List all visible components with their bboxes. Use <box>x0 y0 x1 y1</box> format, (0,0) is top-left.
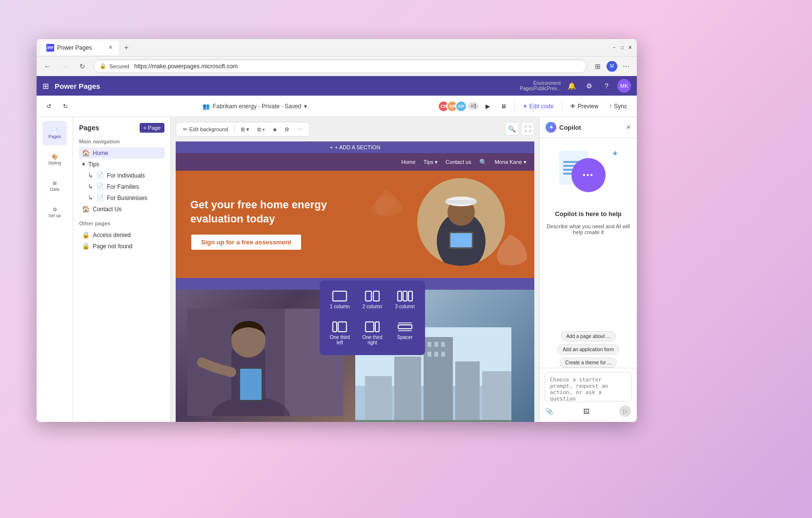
more-canvas-btn[interactable]: ⋯ <box>294 125 305 134</box>
redo-btn[interactable]: ↻ <box>59 101 72 112</box>
divider-1 <box>514 101 515 111</box>
svg-rect-13 <box>240 369 262 400</box>
user-profile-icon[interactable]: M <box>607 61 617 72</box>
layout-btn[interactable]: ⊞ ▾ <box>238 125 252 134</box>
copilot-sparkle-icon: ✦ <box>611 148 619 159</box>
svg-rect-27 <box>355 420 511 422</box>
1col-icon <box>332 290 347 302</box>
desktop-btn[interactable]: 🖥 <box>497 101 510 112</box>
other-pages-label: Other pages <box>79 220 164 226</box>
settings-btn[interactable]: ⚙ <box>582 79 596 93</box>
nav-item-contact[interactable]: 🏠 Contact Us <box>79 203 164 215</box>
nav-item-individuals[interactable]: ↳ 📄 For Individuals <box>85 170 164 181</box>
nav-item-businesses[interactable]: ↳ 📄 For Businesses <box>85 192 164 203</box>
suggestion-2[interactable]: Add an application form <box>557 344 619 355</box>
user-avatar[interactable]: MK <box>617 79 631 93</box>
copilot-input[interactable] <box>545 372 632 401</box>
minimize-btn[interactable]: − <box>611 45 617 51</box>
undo-btn[interactable]: ↺ <box>42 101 55 112</box>
forward-btn[interactable]: → <box>58 60 72 73</box>
edit-code-label: Edit code <box>529 103 554 110</box>
copilot-desc: Describe what you need and AI will help … <box>546 223 631 235</box>
spacer-label: Spacer <box>397 335 413 340</box>
components-btn[interactable]: ◈ <box>270 125 280 134</box>
app-grid-icon[interactable]: ⊞ <box>42 81 49 91</box>
layout-popup: 1 column 2 column <box>320 280 425 355</box>
layout-2col[interactable]: 2 column <box>358 286 387 313</box>
layout-third-right[interactable]: One third right <box>358 317 387 349</box>
site-nav-home[interactable]: Home <box>401 159 415 165</box>
address-bar[interactable]: 🔒 Secured https://make.powerpages.micros… <box>93 60 587 73</box>
layout-3col[interactable]: 3 column <box>390 286 419 313</box>
new-tab-btn[interactable]: + <box>121 42 132 54</box>
svg-rect-4 <box>446 200 477 204</box>
fullscreen-btn[interactable]: ⛶ <box>521 122 534 136</box>
home-icon: 🏠 <box>82 149 90 157</box>
site-preview: + + ADD A SECTION Home Tips ▾ Contact us… <box>176 141 534 422</box>
layers-btn[interactable]: ⧉ ▾ <box>254 125 268 134</box>
svg-rect-20 <box>427 352 431 357</box>
divider-2 <box>562 101 562 111</box>
close-btn[interactable]: ✕ <box>627 45 633 51</box>
nav-item-home[interactable]: 🏠 Home <box>79 147 164 159</box>
sidebar-item-more[interactable]: ••• <box>42 411 67 422</box>
nav-item-access-denied[interactable]: 🔒 Access denied <box>79 229 164 240</box>
refresh-btn[interactable]: ↻ <box>76 60 89 73</box>
layout-1col[interactable]: 1 column <box>325 286 354 313</box>
nav-item-tips[interactable]: ▾ Tips <box>79 159 164 170</box>
suggestion-3[interactable]: Create a theme for ... <box>560 358 617 368</box>
layout-third-left[interactable]: One third left <box>325 317 354 349</box>
sidebar-item-styling[interactable]: 🎨 Styling <box>42 147 67 172</box>
preview-btn[interactable]: 👁 Preview <box>566 101 603 112</box>
sidebar-item-setup[interactable]: ⚙ Set up <box>42 200 67 224</box>
media-icon[interactable]: 🖼 <box>583 408 589 415</box>
nav-item-not-found[interactable]: 🔒 Page not found <box>79 240 164 252</box>
svg-rect-33 <box>408 291 412 301</box>
sidebar-item-pages[interactable]: 📄 Pages <box>42 121 67 145</box>
hero-cta-btn[interactable]: Sign up for a free assessment <box>190 234 302 251</box>
send-btn[interactable]: ▷ <box>619 405 631 417</box>
add-page-btn[interactable]: + Page <box>140 123 164 133</box>
edit-code-btn[interactable]: ✦ Edit code <box>519 101 558 112</box>
browser-tabs: PP Power Pages ✕ + <box>41 39 132 56</box>
nav-individuals-label: For Individuals <box>107 172 145 179</box>
nav-home-label: Home <box>93 150 108 157</box>
svg-rect-30 <box>373 291 379 301</box>
sidebar: 📄 Pages 🎨 Styling ⊞ Data ⚙ Set up ••• <box>37 117 73 422</box>
2col-icon <box>365 290 380 302</box>
browser-tab-active[interactable]: PP Power Pages ✕ <box>41 40 119 55</box>
back-btn[interactable]: ← <box>41 60 54 73</box>
edit-background-btn[interactable]: ✏ Edit background <box>180 125 231 134</box>
2col-label: 2 column <box>363 304 383 309</box>
suggestion-1[interactable]: Add a page about ... <box>561 331 615 341</box>
styling-label: Styling <box>48 160 61 165</box>
env-name: PagesPublicPrev... <box>520 86 561 91</box>
businesses-arrow-icon: ↳ <box>88 194 93 201</box>
nav-item-families[interactable]: ↳ 📄 For Families <box>85 181 164 192</box>
sync-btn[interactable]: ↑ Sync <box>605 101 631 112</box>
settings-canvas-btn[interactable]: ⚙ <box>282 125 292 134</box>
tab-close-btn[interactable]: ✕ <box>108 44 113 51</box>
copilot-close-btn[interactable]: ✕ <box>626 124 631 131</box>
play-btn[interactable]: ▶ <box>482 101 494 112</box>
site-nav-search-icon[interactable]: 🔍 <box>479 159 487 166</box>
site-nav-contact[interactable]: Contact us <box>446 159 471 165</box>
more-icon[interactable]: ⋯ <box>619 60 633 73</box>
zoom-btn[interactable]: 🔍 <box>505 122 519 136</box>
site-nav-user[interactable]: Mona Kane ▾ <box>495 159 527 165</box>
individuals-arrow-icon: ↳ <box>88 172 93 179</box>
maximize-btn[interactable]: □ <box>619 45 625 51</box>
copilot-header: ✦ Copilot ✕ <box>540 117 637 138</box>
layout-spacer[interactable]: Spacer <box>390 317 419 349</box>
notification-btn[interactable]: 🔔 <box>565 79 578 93</box>
extensions-icon[interactable]: ⊞ <box>591 60 605 73</box>
add-section-top-icon: + <box>330 144 333 150</box>
help-btn[interactable]: ? <box>600 79 613 93</box>
site-nav-tips[interactable]: Tips ▾ <box>424 159 438 165</box>
page-info-chevron: ▾ <box>304 103 307 110</box>
pages-panel-title: Pages <box>79 124 99 132</box>
sidebar-item-data[interactable]: ⊞ Data <box>42 174 67 198</box>
add-section-top[interactable]: + + ADD A SECTION <box>176 141 534 153</box>
copilot-input-area: 📎 🖼 ▷ <box>540 368 637 422</box>
attach-icon[interactable]: 📎 <box>546 408 553 415</box>
